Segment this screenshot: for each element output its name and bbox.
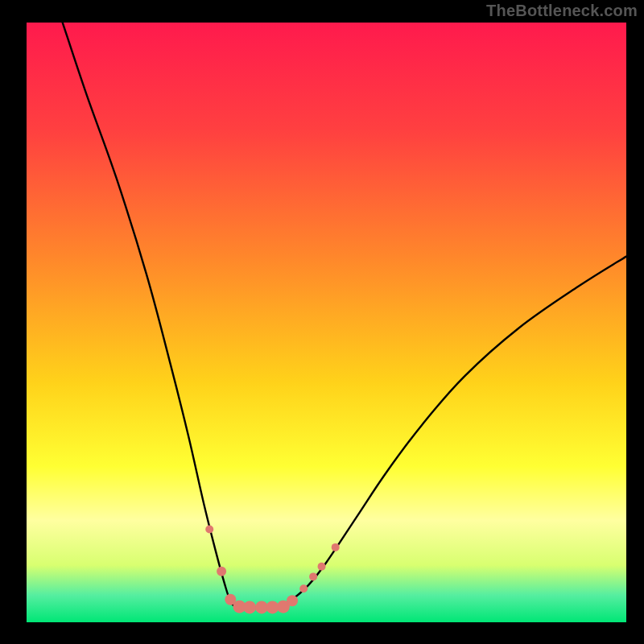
watermark-text: TheBottleneck.com	[486, 2, 638, 20]
data-marker	[205, 526, 213, 534]
data-marker	[287, 595, 298, 606]
data-marker	[243, 601, 256, 613]
svg-rect-0	[27, 23, 626, 622]
chart-frame: TheBottleneck.com	[0, 0, 644, 644]
data-marker	[309, 572, 317, 580]
plot-area	[27, 23, 626, 622]
plot-svg	[27, 23, 626, 622]
data-marker	[299, 584, 308, 592]
data-marker	[217, 567, 226, 576]
data-marker	[332, 543, 340, 551]
data-marker	[318, 563, 326, 571]
